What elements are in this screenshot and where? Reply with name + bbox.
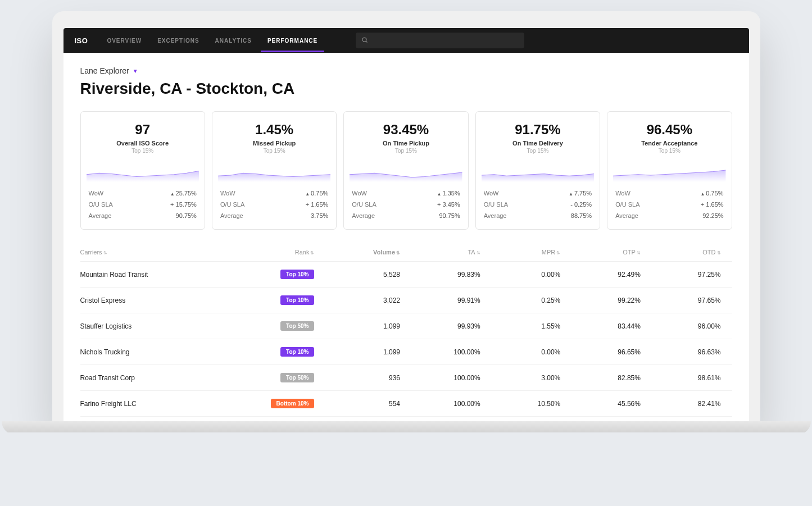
cell-volume: 1,099	[331, 322, 411, 330]
table-row[interactable]: Farino Freight LLC Bottom 10% 554 100.00…	[80, 391, 732, 417]
search-box[interactable]	[356, 33, 524, 48]
nav-item-exceptions[interactable]: EXCEPTIONS	[157, 29, 199, 52]
cell-ta: 100.00%	[411, 374, 492, 382]
search-input[interactable]	[373, 37, 519, 44]
stat-label-wow: WoW	[352, 190, 367, 197]
stat-label-avg: Average	[89, 212, 112, 219]
card-sub: Top 15%	[352, 148, 460, 154]
laptop-base	[2, 421, 811, 432]
stat-value-avg: 88.75%	[571, 212, 592, 219]
nav-item-performance[interactable]: PERFORMANCE	[267, 29, 317, 52]
col-header-volume[interactable]: Volume⇅	[331, 249, 411, 256]
card-sparkline	[613, 162, 725, 182]
metric-card[interactable]: 1.45% Missed Pickup Top 15% WoW▲0.75% O/…	[212, 111, 337, 230]
col-header-mpr[interactable]: MPR⇅	[492, 249, 572, 256]
stat-label-wow: WoW	[89, 190, 104, 197]
cell-rank: Top 50%	[232, 321, 331, 331]
nav-items: OVERVIEWEXCEPTIONSANALYTICSPERFORMANCE	[107, 29, 317, 52]
cell-mpr: 0.25%	[492, 297, 572, 304]
stat-label-avg: Average	[484, 212, 507, 219]
col-header-carriers[interactable]: Carriers⇅	[80, 249, 232, 256]
card-value: 91.75%	[484, 122, 592, 138]
stat-label-wow: WoW	[615, 190, 630, 197]
carriers-table: Carriers⇅ Rank⇅ Volume⇅ TA⇅ MPR⇅ OTP⇅ OT…	[80, 243, 732, 417]
stat-value-ousla: + 3.45%	[437, 201, 460, 208]
cell-ta: 99.91%	[411, 297, 492, 304]
nav-item-analytics[interactable]: ANALYTICS	[215, 29, 252, 52]
metric-card[interactable]: 91.75% On Time Delivery Top 15% WoW▲7.75…	[475, 111, 600, 230]
card-value: 96.45%	[615, 122, 723, 138]
col-header-ta[interactable]: TA⇅	[411, 249, 492, 256]
cell-otd: 97.25%	[652, 271, 732, 279]
top-nav: ISO OVERVIEWEXCEPTIONSANALYTICSPERFORMAN…	[63, 28, 749, 53]
rank-badge: Top 10%	[280, 347, 314, 357]
table-row[interactable]: Road Transit Corp Top 50% 936 100.00% 3.…	[80, 365, 732, 391]
stat-value-ousla: - 0.25%	[570, 201, 592, 208]
caret-down-icon: ▼	[133, 68, 138, 74]
rank-badge: Top 50%	[280, 373, 314, 382]
card-sparkline	[482, 162, 594, 182]
laptop-frame: ISO OVERVIEWEXCEPTIONSANALYTICSPERFORMAN…	[52, 11, 760, 421]
sort-icon: ⇅	[637, 250, 641, 256]
stat-label-ousla: O/U SLA	[89, 201, 113, 208]
sort-icon: ⇅	[556, 250, 560, 256]
stat-value-ousla: + 1.65%	[306, 201, 329, 208]
card-sub: Top 15%	[220, 148, 328, 154]
page-content: Lane Explorer ▼ Riverside, CA - Stockton…	[63, 53, 749, 421]
card-value: 97	[89, 122, 197, 138]
sort-icon: ⇅	[717, 250, 721, 256]
cell-otp: 82.85%	[571, 374, 652, 382]
cell-rank: Top 10%	[232, 270, 331, 279]
stat-label-avg: Average	[615, 212, 638, 219]
col-header-otp[interactable]: OTP⇅	[571, 249, 652, 256]
stat-label-wow: WoW	[484, 190, 499, 197]
svg-line-1	[366, 41, 368, 42]
card-sub: Top 15%	[615, 148, 723, 154]
search-icon	[361, 35, 368, 45]
arrow-up-icon: ▲	[170, 192, 175, 197]
sort-icon: ⇅	[477, 250, 480, 256]
card-label: Overall ISO Score	[89, 140, 197, 147]
metric-card[interactable]: 97 Overall ISO Score Top 15% WoW▲25.75% …	[80, 111, 205, 230]
breadcrumb-label: Lane Explorer	[80, 66, 129, 75]
cell-ta: 100.00%	[411, 400, 492, 408]
cell-otd: 82.41%	[652, 400, 732, 408]
breadcrumb-dropdown[interactable]: Lane Explorer ▼	[80, 66, 732, 75]
arrow-up-icon: ▲	[305, 192, 310, 197]
metric-card[interactable]: 93.45% On Time Pickup Top 15% WoW▲1.35% …	[343, 111, 468, 230]
cell-volume: 3,022	[331, 297, 411, 304]
stat-value-avg: 90.75%	[176, 212, 197, 219]
card-sub: Top 15%	[484, 148, 592, 154]
table-row[interactable]: Mountain Road Transit Top 10% 5,528 99.8…	[80, 262, 732, 288]
stat-value-wow: ▲0.75%	[700, 190, 723, 197]
table-row[interactable]: Stauffer Logistics Top 50% 1,099 99.93% …	[80, 313, 732, 339]
table-row[interactable]: Cristol Express Top 10% 3,022 99.91% 0.2…	[80, 288, 732, 313]
cell-otp: 92.49%	[571, 271, 652, 279]
card-label: On Time Delivery	[484, 140, 592, 147]
cell-otp: 83.44%	[571, 322, 652, 330]
card-sparkline	[87, 162, 199, 182]
card-stats: WoW▲1.35% O/U SLA+ 3.45% Average90.75%	[352, 188, 460, 221]
stat-value-avg: 92.25%	[702, 212, 723, 219]
stat-value-avg: 90.75%	[439, 212, 460, 219]
card-sub: Top 15%	[89, 148, 197, 154]
table-row[interactable]: Nichols Trucking Top 10% 1,099 100.00% 0…	[80, 339, 732, 365]
cell-volume: 554	[331, 400, 411, 408]
card-label: On Time Pickup	[352, 140, 460, 147]
table-body: Mountain Road Transit Top 10% 5,528 99.8…	[80, 262, 732, 417]
col-header-rank[interactable]: Rank⇅	[232, 249, 331, 256]
cell-carrier: Road Transit Corp	[80, 374, 232, 382]
cell-mpr: 1.55%	[492, 322, 572, 330]
metric-cards: 97 Overall ISO Score Top 15% WoW▲25.75% …	[80, 111, 732, 230]
nav-item-overview[interactable]: OVERVIEW	[107, 29, 142, 52]
metric-card[interactable]: 96.45% Tender Acceptance Top 15% WoW▲0.7…	[607, 111, 732, 230]
card-sparkline	[218, 162, 330, 182]
col-header-otd[interactable]: OTD⇅	[652, 249, 732, 256]
cell-otp: 96.65%	[571, 348, 652, 356]
arrow-up-icon: ▲	[700, 192, 705, 197]
cell-otd: 96.00%	[652, 322, 732, 330]
cell-rank: Bottom 10%	[232, 399, 331, 408]
cell-otd: 97.65%	[652, 297, 732, 304]
app-logo: ISO	[75, 37, 88, 45]
cell-rank: Top 10%	[232, 347, 331, 357]
